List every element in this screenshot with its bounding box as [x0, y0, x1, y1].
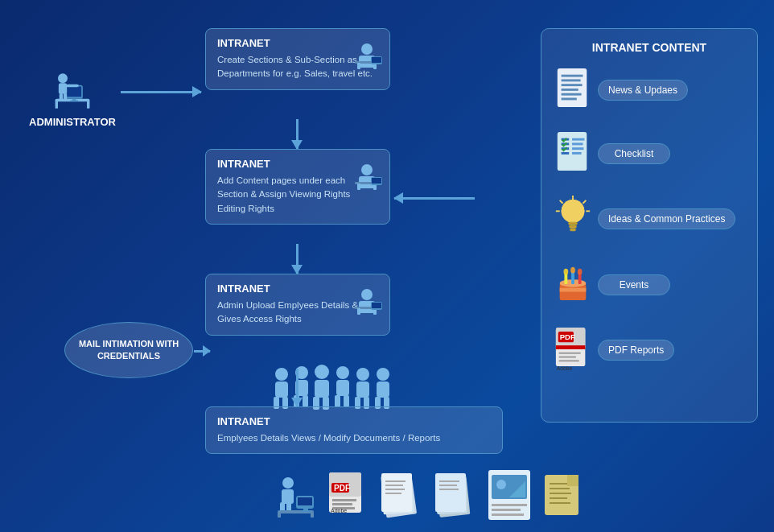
svg-rect-95	[492, 513, 524, 516]
arrow-3-to-4	[296, 369, 298, 406]
diagram-container: ADMINISTRATOR INTRANET Create Sections &…	[0, 0, 774, 532]
svg-rect-110	[558, 132, 587, 171]
svg-rect-107	[562, 89, 578, 91]
svg-rect-1	[56, 101, 58, 109]
svg-rect-99	[550, 493, 571, 494]
svg-rect-94	[492, 509, 521, 511]
svg-rect-70	[332, 499, 356, 501]
arrow-2-to-3	[296, 244, 298, 274]
svg-rect-87	[439, 485, 457, 486]
desk-person-icon	[274, 473, 318, 518]
svg-point-49	[356, 368, 369, 381]
svg-rect-105	[562, 79, 581, 81]
svg-rect-9	[66, 85, 78, 87]
svg-rect-126	[568, 222, 578, 225]
svg-rect-98	[550, 488, 570, 489]
svg-point-7	[58, 73, 68, 83]
svg-text:PDF: PDF	[334, 484, 350, 493]
svg-rect-108	[562, 93, 582, 96]
svg-rect-47	[335, 395, 340, 407]
svg-point-137	[578, 269, 583, 275]
svg-rect-29	[357, 308, 360, 315]
svg-rect-71	[332, 503, 352, 505]
svg-rect-106	[562, 84, 583, 86]
content-item-events: Events	[554, 261, 745, 308]
svg-point-13	[361, 43, 373, 55]
svg-rect-62	[278, 512, 281, 518]
svg-rect-11	[64, 93, 67, 101]
svg-rect-101	[550, 502, 570, 504]
svg-rect-88	[439, 489, 459, 490]
box1-person-icon	[351, 35, 383, 72]
svg-rect-58	[282, 489, 294, 504]
checklist-icon	[554, 130, 598, 177]
arrow-content-to-box2	[394, 197, 475, 200]
svg-rect-130	[560, 288, 587, 292]
stacked-papers-icon	[377, 469, 422, 522]
svg-rect-128	[570, 228, 576, 231]
svg-rect-132	[564, 274, 567, 284]
svg-rect-67	[301, 510, 311, 512]
bottom-icons-row: PDF Adobe	[274, 467, 583, 523]
svg-rect-2	[87, 101, 89, 109]
svg-rect-133	[571, 272, 574, 284]
svg-rect-22	[357, 184, 360, 190]
admin-label: ADMINISTRATOR	[24, 116, 121, 128]
svg-rect-114	[562, 152, 570, 155]
svg-text:PDF: PDF	[560, 332, 575, 341]
svg-rect-141	[559, 353, 581, 354]
svg-rect-34	[275, 381, 288, 398]
svg-rect-42	[315, 380, 329, 398]
svg-rect-117	[572, 147, 583, 150]
events-icon	[554, 261, 598, 308]
checklist-label: Checklist	[598, 143, 670, 164]
content-item-pdf: PDF Adobe PDF Reports	[554, 324, 745, 376]
svg-rect-115	[572, 138, 584, 141]
content-box-title: INTRANET CONTENT	[554, 41, 745, 54]
svg-point-20	[361, 164, 373, 175]
svg-rect-25	[372, 178, 381, 184]
svg-rect-82	[385, 493, 401, 494]
admin-icon	[48, 64, 97, 113]
svg-rect-18	[372, 57, 381, 63]
svg-point-135	[563, 269, 568, 275]
ideas-label: Ideas & Common Practices	[598, 208, 735, 229]
svg-rect-116	[572, 142, 583, 145]
intranet-box-3: INTRANET Admin Upload Emplyees Details &…	[205, 274, 390, 336]
svg-rect-32	[372, 303, 381, 308]
svg-rect-86	[439, 480, 459, 482]
events-label: Events	[598, 274, 670, 295]
pdf-icon: PDF Adobe	[327, 471, 368, 519]
arrow-1-to-2	[296, 119, 298, 149]
ideas-icon	[554, 193, 598, 245]
svg-rect-100	[550, 497, 567, 499]
box2-person-icon	[351, 156, 383, 192]
svg-rect-40	[303, 395, 308, 407]
svg-rect-103	[558, 68, 587, 107]
svg-rect-109	[562, 98, 577, 101]
svg-rect-79	[385, 480, 406, 482]
svg-rect-93	[492, 504, 527, 506]
svg-rect-50	[356, 381, 369, 398]
svg-point-41	[315, 365, 329, 379]
content-item-ideas: Ideas & Common Practices	[554, 193, 745, 245]
intranet-box-4: INTRANET Emplyees Details Views / Modify…	[205, 406, 503, 454]
svg-rect-65	[298, 497, 312, 505]
arrow-mail-to-box3	[194, 350, 210, 353]
svg-point-57	[282, 477, 294, 489]
svg-rect-48	[344, 395, 349, 407]
svg-rect-81	[385, 489, 405, 490]
svg-point-45	[336, 366, 349, 379]
svg-line-125	[560, 200, 563, 204]
mail-oval-text: MAIL INTIMATION WITH CREDENTIALS	[65, 338, 192, 363]
pdf-reports-label: PDF Reports	[598, 340, 674, 361]
svg-rect-127	[569, 225, 577, 229]
svg-point-33	[275, 368, 288, 381]
note-icon	[543, 473, 583, 518]
svg-rect-80	[385, 485, 403, 486]
svg-rect-10	[60, 93, 63, 101]
svg-rect-140	[556, 345, 585, 349]
svg-point-91	[496, 480, 506, 489]
svg-rect-102	[567, 475, 578, 486]
svg-rect-134	[578, 274, 582, 284]
